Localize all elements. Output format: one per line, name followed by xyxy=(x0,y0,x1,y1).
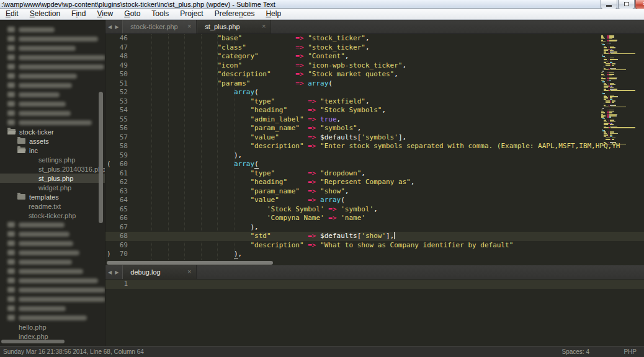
debug-log-editor[interactable]: 1 xyxy=(105,280,644,346)
sidebar-item-redacted[interactable] xyxy=(0,294,105,304)
code-line[interactable]: 56 "param_name" => "symbols", xyxy=(105,124,644,133)
tab-stock-ticker-php[interactable]: stock-ticker.php× xyxy=(122,20,197,33)
code-line[interactable]: )70 ), xyxy=(105,250,644,259)
sidebar-item-redacted[interactable] xyxy=(0,313,105,322)
sidebar-item-redacted[interactable] xyxy=(0,90,105,99)
code-line[interactable]: 49 "icon" => "icon-wpb-stock_ticker", xyxy=(105,61,644,71)
sidebar-item-redacted[interactable] xyxy=(0,81,105,90)
sidebar-item-redacted[interactable] xyxy=(0,239,105,248)
code-line[interactable]: 63 "param_name" => "show", xyxy=(105,187,644,196)
menu-item-view[interactable]: View xyxy=(91,9,119,20)
code-line[interactable]: 1 xyxy=(105,280,644,289)
sidebar-item-redacted[interactable] xyxy=(0,220,105,229)
code-text: "description" => "Enter stock symbols se… xyxy=(135,142,620,150)
redacted-folder-icon xyxy=(7,296,15,302)
code-line[interactable]: 57 "value" => $defaults['symbols'], xyxy=(105,133,644,143)
code-line[interactable]: 55 "admin_label" => true, xyxy=(105,115,644,125)
tab-st-plus-php[interactable]: st_plus.php× xyxy=(197,20,271,33)
minimize-button[interactable] xyxy=(601,0,617,9)
sidebar-item-redacted[interactable] xyxy=(0,267,105,276)
close-button[interactable]: ✕ xyxy=(635,0,644,9)
code-editor[interactable]: 46 "base" => "stock_ticker",47 "class" =… xyxy=(105,34,644,260)
menu-item-selection[interactable]: Selection xyxy=(24,9,66,20)
code-line[interactable]: 53 "type" => "textfield", xyxy=(105,97,644,107)
line-number: 58 xyxy=(112,142,128,151)
tab-close-icon[interactable]: × xyxy=(187,22,191,30)
tab-close-icon[interactable]: × xyxy=(187,268,191,276)
sidebar-item-redacted[interactable] xyxy=(0,285,105,294)
sidebar-item-widget-php[interactable]: widget.php xyxy=(0,183,105,192)
minimap[interactable] xyxy=(594,35,643,258)
menu-item-project[interactable]: Project xyxy=(174,9,208,20)
sidebar-item-hello-php[interactable]: hello.php xyxy=(0,322,105,332)
tab-scroll-arrows: ◀ ▶ xyxy=(105,265,122,279)
sidebar-item-redacted[interactable] xyxy=(0,34,105,43)
sidebar-item-settings-php[interactable]: settings.php xyxy=(0,155,105,164)
title-bar[interactable]: :\wamp\www\wpdev\wp-content\plugins\stoc… xyxy=(0,0,644,9)
code-line[interactable]: 58 "description" => "Enter stock symbols… xyxy=(105,142,644,151)
redacted-label xyxy=(19,74,77,79)
status-bar: Sunday Mar 16 21:38:56 2014, Line 68, Co… xyxy=(0,346,644,357)
tab-scroll-right-icon[interactable]: ▶ xyxy=(115,24,119,30)
code-line[interactable]: 67 ), xyxy=(105,223,644,232)
tab-scroll-left-icon[interactable]: ◀ xyxy=(108,24,112,30)
tab-close-icon[interactable]: × xyxy=(262,22,266,30)
code-line[interactable]: 54 "heading" => "Stock Symbols", xyxy=(105,106,644,115)
status-syntax-mode[interactable]: PHP xyxy=(624,348,637,355)
sidebar-item-inc[interactable]: inc xyxy=(0,146,105,155)
sidebar-item-redacted[interactable] xyxy=(0,62,105,71)
menu-item-find[interactable]: Find xyxy=(66,9,91,20)
code-line[interactable]: 62 "heading" => "Represent Company as", xyxy=(105,178,644,187)
sidebar-item-redacted[interactable] xyxy=(0,257,105,267)
sidebar-horizontal-scrollbar[interactable] xyxy=(1,340,65,343)
sidebar-item-redacted[interactable] xyxy=(0,304,105,313)
tab-scroll-left-icon[interactable]: ◀ xyxy=(108,270,112,275)
code-line[interactable]: (60 array( xyxy=(105,160,644,169)
sidebar-item-assets[interactable]: assets xyxy=(0,136,105,146)
menu-item-help[interactable]: Help xyxy=(260,9,287,20)
sidebar-item-redacted[interactable] xyxy=(0,276,105,285)
sidebar-item-redacted[interactable] xyxy=(0,229,105,239)
restore-button[interactable] xyxy=(618,0,635,9)
sidebar-item-redacted[interactable] xyxy=(0,108,105,118)
sidebar-item-stock-ticker-php[interactable]: stock-ticker.php xyxy=(0,211,105,220)
sidebar-item-redacted[interactable] xyxy=(0,53,105,62)
code-line[interactable]: 61 "type" => "dropdown", xyxy=(105,169,644,178)
code-line[interactable]: 47 "class" => "stock_ticker", xyxy=(105,43,644,53)
code-line[interactable]: 65 'Stock Symbol' => 'symbol', xyxy=(105,205,644,214)
code-line[interactable]: 66 'Compyna Name' => 'name' xyxy=(105,214,644,223)
tab-scroll-right-icon[interactable]: ▶ xyxy=(115,270,119,275)
code-line[interactable]: 46 "base" => "stock_ticker", xyxy=(105,34,644,43)
sidebar-item-redacted[interactable] xyxy=(0,25,105,34)
menu-item-preferences[interactable]: Preferences xyxy=(209,9,261,20)
menu-item-goto[interactable]: Goto xyxy=(119,9,146,20)
tab-scroll-arrows: ◀ ▶ xyxy=(105,20,122,33)
editor-horizontal-scrollbar-thumb[interactable] xyxy=(107,261,273,265)
code-line[interactable]: 48 "category" => "Content", xyxy=(105,52,644,61)
code-line[interactable]: 68 "std" => $defaults['show'], xyxy=(105,232,644,241)
sidebar-item-stock-ticker[interactable]: stock-ticker xyxy=(0,127,105,136)
code-text: "value" => array( xyxy=(135,196,345,204)
sidebar-vertical-scrollbar[interactable] xyxy=(99,92,103,223)
code-line[interactable]: 50 "description" => "Stock market quotes… xyxy=(105,70,644,79)
minimap-line xyxy=(594,145,643,146)
code-line[interactable]: 59 ), xyxy=(105,151,644,161)
menu-item-edit[interactable]: Edit xyxy=(0,9,24,20)
code-line[interactable]: 69 "description" => "What to show as Com… xyxy=(105,241,644,250)
code-line[interactable]: 64 "value" => array( xyxy=(105,196,644,205)
sidebar-item-templates[interactable]: templates xyxy=(0,192,105,201)
sidebar-item-redacted[interactable] xyxy=(0,248,105,257)
code-line[interactable]: 51 "params" => array( xyxy=(105,79,644,89)
redacted-folder-icon xyxy=(7,120,15,125)
code-line[interactable]: 52 array( xyxy=(105,88,644,97)
tab-debug-log[interactable]: debug.log× xyxy=(122,265,197,279)
sidebar-item-st-plus-php[interactable]: st_plus.php xyxy=(0,174,105,183)
sidebar-item-redacted[interactable] xyxy=(0,43,105,53)
menu-item-tools[interactable]: Tools xyxy=(146,9,174,20)
sidebar-item-st-plus-20140316-php[interactable]: st_plus.20140316.php xyxy=(0,164,105,174)
status-indent-setting[interactable]: Spaces: 4 xyxy=(562,348,589,355)
sidebar-item-redacted[interactable] xyxy=(0,71,105,81)
sidebar-item-redacted[interactable] xyxy=(0,118,105,127)
sidebar-item-readme-txt[interactable]: readme.txt xyxy=(0,201,105,211)
sidebar-item-redacted[interactable] xyxy=(0,99,105,108)
